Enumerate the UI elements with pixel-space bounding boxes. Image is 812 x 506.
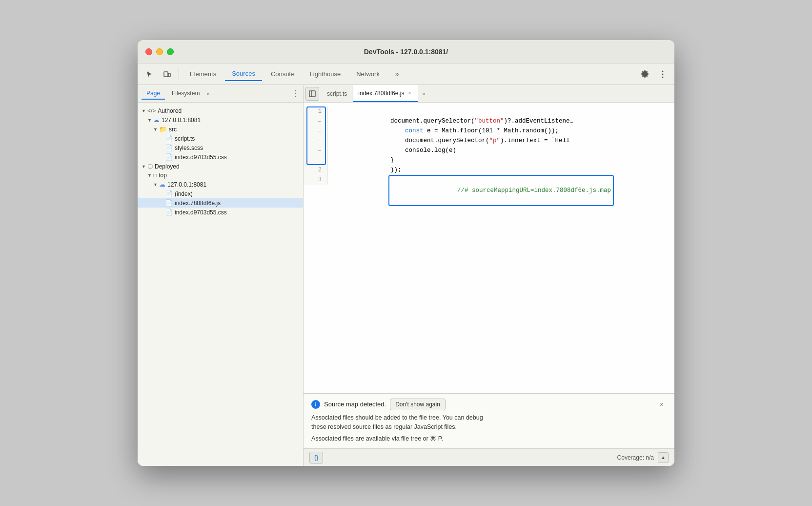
code-text: document.querySelector( <box>390 118 475 125</box>
tree-cloud-2[interactable]: ▼ ☁ 127.0.0.1:8081 <box>138 180 303 189</box>
main-toolbar: Elements Sources Console Lighthouse Netw… <box>138 63 674 85</box>
tab-network[interactable]: Network <box>349 67 386 81</box>
svg-rect-1 <box>168 73 170 77</box>
tab-page[interactable]: Page <box>142 88 165 100</box>
code-area: 1 – – – – 2 3 d <box>304 103 674 448</box>
close-button[interactable] <box>145 48 152 55</box>
tree-label: top <box>159 172 167 179</box>
svg-point-4 <box>662 76 664 78</box>
code-text: ).innerText = `Hell <box>500 137 570 144</box>
bottom-bar-left: {} <box>309 452 323 464</box>
file-tab-index-js[interactable]: index.7808df6e.js × <box>353 85 418 102</box>
settings-icon[interactable] <box>637 66 653 82</box>
tree-label: index.7808df6e.js <box>175 200 221 207</box>
line-numbers: 1 – – – – 2 3 <box>304 106 328 185</box>
tree-src[interactable]: ▼ 📁 src <box>138 125 303 134</box>
notification-close-icon[interactable]: × <box>657 400 667 409</box>
code-text: document.querySelector( <box>390 137 489 144</box>
tab-more[interactable]: » <box>388 67 406 81</box>
bottom-bar: {} Coverage: n/a ▲ <box>304 448 674 466</box>
notification-body-line1: Associated files should be added to the … <box>311 413 667 422</box>
separator <box>179 68 179 80</box>
line-num-dash-2: – <box>309 126 322 136</box>
code-editor[interactable]: 1 – – – – 2 3 d <box>304 103 674 393</box>
cursor-icon[interactable] <box>142 66 157 82</box>
format-button[interactable]: {} <box>309 452 323 464</box>
tree-index-css-2[interactable]: 📄 index.d9703d55.css <box>138 208 303 217</box>
tree-index-file[interactable]: 📄 (index) <box>138 189 303 198</box>
tree-label: Authored <box>158 107 182 114</box>
file-tab-script-ts[interactable]: script.ts <box>322 85 352 102</box>
tree-deployed[interactable]: ▼ ⬡ Deployed <box>138 162 303 171</box>
main-content: Page Filesystem » ⋮ ▼ </> Authored ▼ ☁ 1… <box>138 85 674 466</box>
notification-header: i Source map detected. Don't show again … <box>311 399 667 410</box>
source-map-highlight: //# sourceMappingURL=index.7808df6e.js.m… <box>388 175 614 206</box>
tree-label: 127.0.0.1:8081 <box>162 117 201 124</box>
tab-console[interactable]: Console <box>264 67 301 81</box>
tree-top[interactable]: ▼ □ top <box>138 171 303 180</box>
line-num-1: 1 <box>309 106 322 116</box>
tree-label: index.d9703d55.css <box>175 154 227 161</box>
code-line-1: document.querySelector("button")?.addEve… <box>332 106 670 116</box>
file-icon: 📄 <box>165 135 173 142</box>
tree-arrow-icon: ▼ <box>142 164 147 169</box>
curly-label: {} <box>314 454 319 461</box>
folder-icon: 📁 <box>159 126 167 133</box>
tree-arrow-icon: ▼ <box>153 182 159 187</box>
code-keyword: const <box>405 127 424 134</box>
tree-label: src <box>169 126 177 133</box>
dont-show-again-button[interactable]: Don't show again <box>390 399 446 410</box>
notification-body-line3: Associated files are available via file … <box>311 434 667 443</box>
toggle-sidebar-icon[interactable] <box>305 87 319 101</box>
bottom-bar-right: Coverage: n/a ▲ <box>617 452 669 463</box>
tree-cloud-1[interactable]: ▼ ☁ 127.0.0.1:8081 <box>138 115 303 125</box>
tree-label: (index) <box>175 190 193 197</box>
title-bar: DevTools - 127.0.0.1:8081/ <box>138 40 674 63</box>
info-icon-label: i <box>315 401 316 407</box>
panel-tabs: Page Filesystem » ⋮ <box>138 85 303 103</box>
tab-elements[interactable]: Elements <box>183 67 223 81</box>
tab-close-icon[interactable]: × <box>406 90 413 97</box>
code-content: document.querySelector("button")?.addEve… <box>328 106 674 185</box>
left-panel: Page Filesystem » ⋮ ▼ </> Authored ▼ ☁ 1… <box>138 85 304 466</box>
scroll-up-button[interactable]: ▲ <box>658 452 669 463</box>
panel-menu-icon[interactable]: ⋮ <box>291 89 299 98</box>
devtools-window: DevTools - 127.0.0.1:8081/ Elements Sour… <box>138 40 674 466</box>
file-tab-more[interactable]: » <box>419 91 428 97</box>
device-mode-icon[interactable] <box>159 66 175 82</box>
line-num-dash-3: – <box>309 136 322 146</box>
file-icon: 📄 <box>165 209 173 216</box>
tree-styles-scss[interactable]: 📄 styles.scss <box>138 143 303 152</box>
maximize-button[interactable] <box>167 48 174 55</box>
tab-lighthouse[interactable]: Lighthouse <box>303 67 348 81</box>
line-num-dash-4: – <box>309 146 322 155</box>
tree-index-css-1[interactable]: 📄 index.d9703d55.css <box>138 152 303 162</box>
notification-title: Source map detected. <box>324 401 386 408</box>
line-num-sep <box>309 155 322 165</box>
code-text: )); <box>390 167 402 173</box>
tree-index-js[interactable]: 📄 index.7808df6e.js <box>138 198 303 208</box>
tree-script-ts[interactable]: 📄 script.ts <box>138 134 303 143</box>
authored-icon: </> <box>147 107 156 114</box>
file-icon: 📄 <box>165 153 173 161</box>
tree-arrow-icon: ▼ <box>147 173 153 178</box>
file-tab-label: index.7808df6e.js <box>358 90 404 97</box>
code-text: )?.addEventListene… <box>504 118 574 125</box>
file-tree: ▼ </> Authored ▼ ☁ 127.0.0.1:8081 ▼ 📁 sr… <box>138 103 303 466</box>
more-options-icon[interactable] <box>655 66 670 82</box>
cloud-icon: ☁ <box>153 116 160 124</box>
panel-tab-more[interactable]: » <box>206 91 209 97</box>
notification-body-line2: these resolved source files as regular J… <box>311 422 667 432</box>
tab-filesystem[interactable]: Filesystem <box>167 88 204 100</box>
tree-label: index.d9703d55.css <box>175 209 227 216</box>
tab-sources[interactable]: Sources <box>225 67 262 81</box>
coverage-label: Coverage: n/a <box>617 454 654 461</box>
code-text: console.log(e) <box>390 147 456 154</box>
window-title: DevTools - 127.0.0.1:8081/ <box>364 48 448 56</box>
minimize-button[interactable] <box>156 48 163 55</box>
code-text: e = Math.floor(101 * Math.random()); <box>424 127 559 134</box>
line-num-dash-1: – <box>309 116 322 126</box>
line-num-3: 3 <box>309 175 322 185</box>
tree-authored[interactable]: ▼ </> Authored <box>138 106 303 115</box>
tree-label: 127.0.0.1:8081 <box>167 181 206 188</box>
